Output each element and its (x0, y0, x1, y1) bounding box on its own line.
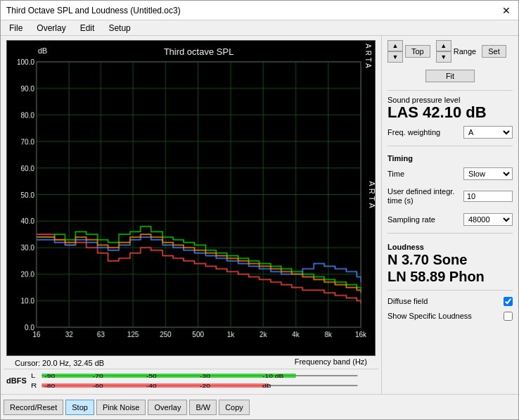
right-panel: ▲ ▼ Top ▲ ▼ Range Set Fit (381, 36, 518, 394)
svg-text:-60: -60 (92, 383, 103, 389)
stop-button[interactable]: Stop (65, 400, 94, 415)
freq-weighting-select[interactable]: A C Z (463, 126, 513, 139)
window-title: Third Octave SPL and Loudness (Untitled.… (6, 6, 181, 15)
dbfs-row: dBFS L -90 -70 -50 -30 -10 dB R (4, 369, 378, 391)
menu-overlay[interactable]: Overlay (34, 23, 68, 34)
top-up-button[interactable]: ▲ (387, 40, 403, 51)
spl-section: Sound pressure level LAS 42.10 dB (387, 96, 513, 121)
overlay-button[interactable]: Overlay (148, 400, 187, 415)
chart-canvas (7, 41, 375, 355)
svg-text:-90: -90 (44, 373, 55, 379)
record-reset-button[interactable]: Record/Reset (4, 400, 63, 415)
divider-2 (387, 146, 513, 146)
loudness-header: Loudness (387, 243, 513, 251)
svg-rect-2 (41, 374, 295, 378)
close-button[interactable]: ✕ (500, 4, 513, 17)
svg-text:L: L (31, 372, 36, 379)
show-specific-checkbox[interactable] (504, 312, 513, 321)
svg-text:-20: -20 (200, 383, 210, 389)
button-bar: Record/Reset Stop Pink Noise Overlay B/W… (1, 394, 518, 419)
top-controls-row: ▲ ▼ Top ▲ ▼ Range Set (387, 40, 513, 63)
divider-1 (387, 90, 513, 91)
diffuse-field-row: Diffuse field (387, 297, 513, 306)
diffuse-field-checkbox[interactable] (504, 297, 513, 306)
svg-text:-50: -50 (146, 373, 157, 379)
arta-label: ARTA (364, 44, 372, 70)
pink-noise-button[interactable]: Pink Noise (96, 400, 146, 415)
range-updown: ▲ ▼ (436, 40, 451, 63)
user-defined-input[interactable] (463, 191, 513, 202)
menu-bar: File Overlay Edit Setup (1, 20, 518, 36)
range-label: Range (454, 47, 476, 56)
svg-text:-70: -70 (92, 373, 103, 379)
show-specific-row: Show Specific Loudness (387, 312, 513, 321)
time-select[interactable]: Slow Fast Impulse (463, 167, 513, 180)
svg-text:-80: -80 (44, 383, 55, 389)
top-button[interactable]: Top (405, 45, 430, 58)
divider-4 (387, 290, 513, 291)
top-updown: ▲ ▼ (387, 40, 403, 63)
dbfs-label: dBFS (6, 376, 27, 385)
menu-edit[interactable]: Edit (77, 23, 98, 34)
sampling-rate-label: Sampling rate (387, 215, 435, 224)
svg-text:-30: -30 (200, 373, 210, 379)
menu-setup[interactable]: Setup (105, 23, 133, 34)
time-label: Time (387, 170, 404, 178)
cursor-info: Cursor: 20.0 Hz, 32.45 dB (9, 357, 110, 369)
range-up-button[interactable]: ▲ (436, 40, 451, 51)
bw-button[interactable]: B/W (189, 400, 217, 415)
user-defined-label: User defined integr. time (s) (387, 187, 458, 205)
timing-header: Timing (387, 154, 513, 163)
diffuse-field-label: Diffuse field (387, 297, 428, 305)
range-down-button[interactable]: ▼ (436, 51, 451, 63)
freq-weighting-label: Freq. weighting (387, 128, 440, 136)
spl-value: LAS 42.10 dB (387, 104, 513, 121)
time-row: Time Slow Fast Impulse (387, 167, 513, 180)
main-content: ARTA Cursor: 20.0 Hz, 32.45 dB Frequency… (1, 36, 518, 394)
show-specific-label: Show Specific Loudness (387, 312, 472, 320)
fit-button[interactable]: Fit (425, 70, 475, 82)
chart-area: ARTA Cursor: 20.0 Hz, 32.45 dB Frequency… (1, 36, 381, 394)
copy-button[interactable]: Copy (219, 400, 250, 415)
loudness-value-1: N 3.70 Sone (387, 251, 513, 268)
chart-bottom: Cursor: 20.0 Hz, 32.45 dB Frequency band… (4, 357, 378, 369)
freq-weighting-row: Freq. weighting A C Z (387, 126, 513, 139)
set-button[interactable]: Set (482, 45, 506, 58)
svg-text:R: R (31, 382, 37, 389)
freq-band-label: Frequency band (Hz) (295, 357, 373, 369)
sampling-rate-row: Sampling rate 48000 44100 96000 (387, 213, 513, 226)
dbfs-scale: L -90 -70 -50 -30 -10 dB R (31, 371, 376, 390)
svg-text:dB: dB (262, 383, 271, 389)
title-bar: Third Octave SPL and Loudness (Untitled.… (1, 1, 518, 20)
user-defined-row: User defined integr. time (s) (387, 187, 513, 205)
main-window: Third Octave SPL and Loudness (Untitled.… (0, 0, 519, 420)
svg-text:-10 dB: -10 dB (262, 373, 283, 379)
svg-text:-40: -40 (146, 383, 157, 389)
loudness-section: Loudness N 3.70 Sone LN 58.89 Phon (387, 240, 513, 285)
sampling-rate-select[interactable]: 48000 44100 96000 (463, 213, 513, 226)
top-down-button[interactable]: ▼ (387, 51, 403, 63)
menu-file[interactable]: File (6, 23, 25, 34)
loudness-value-2: LN 58.89 Phon (387, 268, 513, 285)
divider-3 (387, 233, 513, 234)
